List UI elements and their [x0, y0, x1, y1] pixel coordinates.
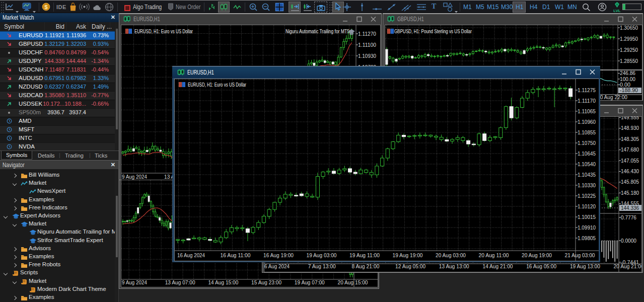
svg-text:14 Aug 15:00: 14 Aug 15:00 — [208, 279, 238, 285]
svg-text:1.10330: 1.10330 — [578, 182, 596, 188]
svg-text:16 Aug 11:00: 16 Aug 11:00 — [221, 252, 251, 258]
svg-text:15 Aug 23:00: 15 Aug 23:00 — [251, 279, 281, 285]
svg-text:1.09910: 1.09910 — [578, 224, 596, 231]
svg-text:1.11065: 1.11065 — [578, 108, 596, 114]
svg-text:9 Aug 2024: 9 Aug 2024 — [122, 174, 147, 180]
svg-text:146.430: 146.430 — [621, 168, 639, 174]
svg-text:20 Aug 03:00: 20 Aug 03:00 — [436, 252, 466, 258]
svg-text:20 Aug 19:00: 20 Aug 19:00 — [522, 252, 552, 258]
svg-text:1.10225: 1.10225 — [578, 193, 596, 199]
svg-text:145.180: 145.180 — [621, 190, 639, 196]
svg-text:1.11270: 1.11270 — [358, 31, 376, 37]
svg-text:20 Aug 11:00: 20 Aug 11:00 — [479, 252, 509, 258]
svg-text:7 Aug 13:00: 7 Aug 13:00 — [308, 263, 336, 269]
svg-text:1.30650: 1.30650 — [620, 25, 638, 31]
svg-text:1.10540: 1.10540 — [578, 161, 596, 167]
svg-text:16 Aug 2024: 16 Aug 2024 — [177, 252, 205, 258]
svg-text:144.336: 144.336 — [621, 205, 639, 211]
svg-text:20 Aug 21:00: 20 Aug 21:00 — [614, 263, 641, 269]
svg-text:1.10120: 1.10120 — [578, 203, 596, 209]
svg-text:14 Aug 21:00: 14 Aug 21:00 — [483, 263, 513, 269]
svg-text:1.29250: 1.29250 — [620, 47, 638, 53]
svg-text:9 Aug 2024: 9 Aug 2024 — [122, 279, 147, 285]
svg-text:12 Aug 05:00: 12 Aug 05:00 — [395, 263, 425, 269]
svg-text:19 Aug 03:00: 19 Aug 03:00 — [307, 252, 337, 258]
svg-text:-188.90: -188.90 — [620, 87, 638, 93]
svg-text:1.10930: 1.10930 — [358, 53, 376, 59]
svg-text:8 Aug 21:00: 8 Aug 21:00 — [351, 263, 379, 269]
svg-text:19 Aug 19:00: 19 Aug 19:00 — [393, 252, 423, 258]
svg-text:19 Aug 07:00: 19 Aug 07:00 — [295, 279, 325, 285]
svg-text:6 Aug 2024: 6 Aug 2024 — [264, 263, 290, 269]
svg-text:Niguru Automatic Trailing for: Niguru Automatic Trailing for MT5 — [285, 28, 349, 34]
svg-text:13 Aug 13:00: 13 Aug 13:00 — [439, 263, 469, 269]
svg-text:1.11170: 1.11170 — [578, 98, 596, 104]
svg-text:GBPUSD, H1: Pound Sterling vs: GBPUSD, H1: Pound Sterling vs US Dollar — [394, 28, 472, 34]
svg-text:1.10855: 1.10855 — [578, 129, 596, 135]
svg-text:20 Aug 15:00: 20 Aug 15:00 — [338, 279, 368, 285]
svg-text:1.10750: 1.10750 — [578, 140, 596, 146]
svg-text:$: $ — [44, 4, 48, 10]
svg-text:145.805: 145.805 — [621, 179, 639, 185]
svg-text:1.09805: 1.09805 — [578, 235, 596, 241]
svg-text:148.305: 148.305 — [621, 136, 639, 142]
svg-text:147.055: 147.055 — [621, 158, 639, 164]
svg-text:1.28550: 1.28550 — [620, 58, 638, 64]
svg-text:148.930: 148.930 — [621, 125, 639, 131]
svg-text:1.10015: 1.10015 — [578, 214, 596, 220]
svg-text:1.11275: 1.11275 — [578, 87, 596, 93]
svg-text:16 Aug 05:00: 16 Aug 05:00 — [526, 263, 556, 269]
svg-text:13 Aug 07:00: 13 Aug 07:00 — [165, 279, 195, 285]
svg-text:1.10645: 1.10645 — [578, 150, 596, 157]
svg-text:20 Aug 22:00: 20 Aug 22:00 — [597, 94, 627, 100]
svg-text:21 Aug 03:00: 21 Aug 03:00 — [565, 252, 595, 258]
svg-text:1.29950: 1.29950 — [620, 36, 638, 42]
svg-text:100.00: 100.00 — [620, 76, 635, 82]
svg-text:149.555: 149.555 — [621, 117, 639, 120]
svg-text:1.10435: 1.10435 — [578, 172, 596, 178]
svg-text:147.680: 147.680 — [621, 146, 639, 153]
svg-text:0.0000: 0.0000 — [621, 238, 636, 244]
svg-text:0.7776: 0.7776 — [621, 214, 636, 220]
svg-text:1.10960: 1.10960 — [578, 119, 596, 125]
svg-text:LVL: LVL — [613, 9, 621, 13]
svg-text:19 Aug 13:00: 19 Aug 13:00 — [570, 263, 600, 269]
svg-text:16 Aug 19:00: 16 Aug 19:00 — [263, 252, 294, 258]
svg-text:EURUSD, H1: Euro vs US Dollar: EURUSD, H1: Euro vs US Dollar — [134, 28, 193, 34]
svg-text:EURUSD, H1: Euro vs US Dollar: EURUSD, H1: Euro vs US Dollar — [188, 82, 246, 88]
svg-text:246.86: 246.86 — [620, 70, 635, 76]
svg-text:1.11100: 1.11100 — [358, 42, 376, 48]
svg-text:19 Aug 11:00: 19 Aug 11:00 — [349, 252, 380, 258]
